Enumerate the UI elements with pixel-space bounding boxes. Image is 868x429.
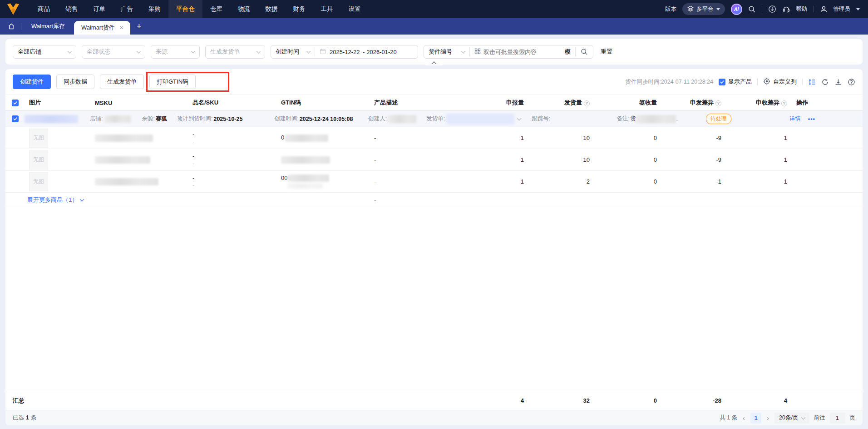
nav-item-purchase[interactable]: 采购	[141, 0, 168, 18]
nav-item-finance[interactable]: 财务	[286, 0, 313, 18]
selected-count-text: 已选1条	[13, 414, 36, 422]
time-field-select[interactable]: 创建时间	[271, 45, 315, 58]
batch-grid-icon[interactable]	[474, 48, 481, 56]
nav-item-tools[interactable]: 工具	[313, 0, 341, 18]
headset-support-icon[interactable]	[782, 5, 790, 13]
ship-diff-cell: -9	[661, 156, 726, 163]
table-header: 图片 MSKU 品名/SKU GTIN码 产品描述 申报量 发货量? 签收量 申…	[5, 95, 863, 111]
divider	[757, 79, 758, 85]
question-icon[interactable]: ?	[715, 100, 721, 106]
show-product-checkbox[interactable]: 显示产品	[719, 78, 752, 86]
add-tab-button[interactable]: +	[130, 18, 148, 35]
time-field-value: 创建时间	[276, 48, 299, 56]
generate-invoice-select[interactable]: 生成发货单	[205, 45, 265, 59]
user-menu[interactable]: 管理员	[833, 5, 851, 13]
search-button[interactable]	[576, 45, 593, 58]
row-height-icon[interactable]	[808, 78, 816, 86]
question-icon[interactable]: ?	[584, 100, 590, 106]
fuzzy-toggle[interactable]: 模	[565, 48, 571, 56]
shop-select[interactable]: 全部店铺	[13, 45, 76, 59]
detail-link[interactable]: 详情	[789, 115, 801, 123]
header-gtin: GTIN码	[276, 99, 370, 107]
search-icon[interactable]	[748, 5, 756, 13]
home-icon[interactable]	[5, 18, 18, 35]
invoice-label: 发货单:	[426, 115, 445, 123]
creator-label: 创建人:	[368, 115, 387, 123]
top-nav: 商品 销售 订单 广告 采购 平台仓 仓库 物流 数据 财务 工具 设置 版本 …	[0, 0, 868, 18]
nav-item-logistics[interactable]: 物流	[230, 0, 258, 18]
source-select[interactable]: 来源	[151, 45, 200, 59]
date-range-value: 2025-12-22 ~ 2026-01-20	[330, 49, 397, 55]
main-menu: 商品 销售 订单 广告 采购 平台仓 仓库 物流 数据 财务 工具 设置	[30, 0, 369, 18]
invoice-select-redacted[interactable]	[446, 114, 514, 125]
tab-walmart-inventory[interactable]: Walmart库存	[24, 18, 72, 35]
print-gtin-button[interactable]: 打印GTIN码	[149, 75, 196, 89]
created-value: 2025-12-24 10:05:08	[300, 116, 353, 122]
remark-visible-text: 货	[631, 115, 636, 123]
goto-page-input[interactable]: 1	[830, 413, 845, 424]
download-center-icon[interactable]	[768, 5, 776, 13]
search-input[interactable]	[483, 49, 562, 55]
empty-area	[5, 207, 863, 391]
summary-label: 汇总	[5, 397, 90, 405]
eta-value: 2025-10-25	[213, 116, 242, 122]
nav-item-orders[interactable]: 订单	[85, 0, 113, 18]
creator-value-redacted	[388, 115, 416, 123]
export-download-icon[interactable]	[834, 78, 842, 86]
chevron-down-icon	[716, 8, 720, 10]
summary-received: 0	[594, 397, 661, 404]
generate-invoice-button[interactable]: 生成发货单	[100, 75, 144, 89]
fox-logo-icon[interactable]	[6, 3, 20, 15]
platform-switcher[interactable]: 多平台	[682, 3, 725, 15]
divider	[802, 79, 803, 85]
nav-item-sales[interactable]: 销售	[58, 0, 85, 18]
nav-item-data[interactable]: 数据	[258, 0, 286, 18]
expand-more-link[interactable]: 展开更多商品（1）	[27, 196, 78, 204]
nav-item-warehouse[interactable]: 仓库	[202, 0, 230, 18]
help-circle-icon[interactable]	[848, 78, 855, 86]
nav-item-settings[interactable]: 设置	[341, 0, 369, 18]
question-icon[interactable]: ?	[781, 100, 787, 106]
ai-assistant-button[interactable]: AI	[731, 4, 742, 15]
no-image-placeholder: 无图	[29, 150, 48, 170]
page-number-button[interactable]: 1	[750, 413, 761, 424]
nav-item-goods[interactable]: 商品	[30, 0, 58, 18]
chevron-up-icon	[431, 61, 436, 66]
shop-value-redacted	[104, 115, 131, 123]
status-select[interactable]: 全部状态	[82, 45, 145, 59]
settings-target-icon	[763, 78, 770, 86]
msku-cell	[90, 134, 188, 142]
select-all-checkbox[interactable]	[5, 100, 25, 106]
shipment-list-panel: 创建货件 同步数据 生成发货单 打印GTIN码 货件同步时间:2024-07-1…	[5, 69, 863, 425]
tab-walmart-shipments[interactable]: Walmart货件 ✕	[74, 21, 130, 35]
goto-label: 前往	[814, 414, 825, 422]
help-link[interactable]: 帮助	[796, 5, 808, 13]
header-sku: 品名/SKU	[188, 99, 276, 107]
source-select-placeholder: 来源	[156, 48, 168, 56]
date-range-picker[interactable]: 2025-12-22 ~ 2026-01-20	[315, 45, 418, 58]
nav-item-ads[interactable]: 广告	[113, 0, 141, 18]
invoice-select-placeholder: 生成发货单	[210, 48, 240, 56]
collapse-filter-button[interactable]	[424, 60, 444, 65]
create-shipment-button[interactable]: 创建货件	[13, 75, 51, 89]
next-page-button[interactable]: ›	[766, 414, 770, 422]
close-icon[interactable]: ✕	[119, 25, 124, 31]
page-size-value: 20条/页	[779, 414, 798, 422]
remark-suffix: .	[676, 116, 677, 122]
gtin-cell: 00	[276, 175, 370, 189]
header-declared: 申报量	[478, 99, 528, 107]
header-msku: MSKU	[90, 100, 188, 106]
more-actions-button[interactable]: •••	[808, 116, 815, 122]
page-size-select[interactable]: 20条/页	[774, 413, 809, 424]
row-checkbox[interactable]	[5, 115, 25, 122]
sync-data-button[interactable]: 同步数据	[56, 75, 94, 89]
gtin-cell	[276, 156, 370, 164]
prev-page-button[interactable]: ‹	[742, 414, 746, 422]
search-field-select[interactable]: 货件编号	[424, 45, 469, 58]
header-desc: 产品描述	[370, 99, 478, 107]
reset-button[interactable]: 重置	[601, 48, 612, 56]
refresh-icon[interactable]	[821, 78, 829, 86]
nav-item-platform-warehouse[interactable]: 平台仓	[168, 0, 202, 18]
version-link[interactable]: 版本	[665, 5, 676, 13]
custom-columns-button[interactable]: 自定义列	[763, 78, 797, 86]
